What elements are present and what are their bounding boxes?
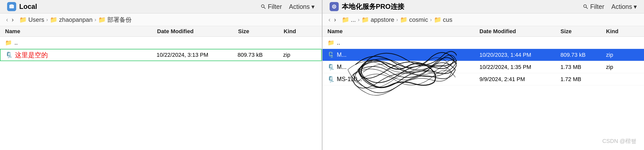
right-actions-label: Actions bbox=[611, 3, 632, 10]
right-file-kind-1: zip bbox=[606, 52, 639, 58]
folder-icon-dots: 📁 bbox=[342, 16, 349, 23]
folder-icon-3: 📁 bbox=[98, 16, 106, 23]
right-topbar: 本地化服务PRO连接 Filter Actions ▾ bbox=[323, 0, 644, 13]
right-file-size-1: 809.73 kB bbox=[560, 52, 606, 58]
right-back-btn[interactable]: ‹ bbox=[328, 16, 332, 24]
right-col-date[interactable]: Date Modified bbox=[479, 28, 560, 35]
folder-icon-right-parent: 📁 bbox=[328, 40, 334, 46]
left-filter-label: Filter bbox=[268, 3, 282, 10]
left-file-row-parent[interactable]: 📁 .. bbox=[0, 37, 322, 49]
right-col-headers: Name Date Modified Size Kind bbox=[323, 26, 644, 37]
right-file-name-text-3: MS-110... bbox=[337, 76, 362, 83]
right-file-size-2: 1.73 MB bbox=[560, 64, 606, 70]
svg-point-7 bbox=[584, 5, 587, 8]
breadcrumb-part-users: Users bbox=[28, 16, 44, 23]
right-file-row-parent[interactable]: 📁 .. bbox=[323, 37, 644, 49]
right-file-name-text-parent: .. bbox=[337, 39, 340, 46]
breadcrumb-part-cus: cus bbox=[443, 16, 452, 23]
right-col-name[interactable]: Name bbox=[328, 28, 480, 35]
left-col-kind[interactable]: Kind bbox=[284, 28, 317, 35]
right-file-name-3: 🗜️ MS-110... bbox=[328, 76, 480, 83]
right-actions-btn[interactable]: Actions ▾ bbox=[611, 3, 637, 10]
right-file-size-3: 1.72 MB bbox=[560, 76, 606, 83]
right-file-name-parent: 📁 .. bbox=[328, 39, 480, 46]
right-file-name-2: 🗜️ M... bbox=[328, 64, 480, 70]
search-icon bbox=[261, 4, 266, 9]
folder-icon-appstore: 📁 bbox=[361, 16, 369, 23]
right-file-kind-2: zip bbox=[606, 64, 639, 70]
zip-icon-right-2: 🗜️ bbox=[328, 64, 334, 70]
right-title-text: 本地化服务PRO连接 bbox=[342, 2, 405, 11]
zip-icon-right-1: 🗜️ bbox=[328, 52, 334, 58]
left-col-size[interactable]: Size bbox=[238, 28, 284, 35]
right-col-size[interactable]: Size bbox=[560, 28, 606, 35]
left-forward-btn[interactable]: › bbox=[11, 16, 15, 24]
left-filter-btn[interactable]: Filter bbox=[261, 3, 282, 10]
right-file-row-3[interactable]: 🗜️ MS-110... 9/9/2024, 2:41 PM 1.72 MB bbox=[323, 73, 644, 85]
svg-line-3 bbox=[264, 7, 265, 9]
right-topbar-actions: Filter Actions ▾ bbox=[583, 3, 637, 10]
right-file-name-text-2: M... bbox=[337, 64, 347, 70]
left-col-name[interactable]: Name bbox=[5, 28, 157, 35]
left-col-headers: Name Date Modified Size Kind bbox=[0, 26, 322, 37]
right-file-list: 📁 .. 🗜️ M... 10/20/2023, 1:44 PM 809.73 … bbox=[323, 37, 644, 150]
svg-line-8 bbox=[586, 7, 588, 9]
left-file-row-zip[interactable]: 🗜️ 这里是空的 10/22/2024, 3:13 PM 809.73 kB z… bbox=[0, 49, 322, 61]
left-topbar: Local Filter Actions ▾ bbox=[0, 0, 322, 13]
chevron-down-icon: ▾ bbox=[311, 3, 315, 10]
right-filter-label: Filter bbox=[590, 3, 604, 10]
chevron-down-icon-right: ▾ bbox=[634, 3, 637, 10]
breadcrumb-part-cosmic: cosmic bbox=[409, 16, 428, 23]
left-breadcrumb-current[interactable]: 📁 部署备份 bbox=[98, 16, 132, 24]
svg-rect-0 bbox=[9, 5, 14, 8]
right-file-row-1[interactable]: 🗜️ M... 10/20/2023, 1:44 PM 809.73 kB zi… bbox=[323, 49, 644, 61]
right-breadcrumb-dots[interactable]: 📁 ... bbox=[342, 16, 356, 23]
right-pane-title: 本地化服务PRO连接 bbox=[330, 2, 583, 11]
left-back-btn[interactable]: ‹ bbox=[5, 16, 9, 24]
right-file-date-2: 10/22/2024, 1:35 PM bbox=[479, 64, 560, 70]
left-file-size-zip: 809.73 kB bbox=[238, 52, 283, 58]
left-file-name-text-parent: .. bbox=[14, 39, 18, 46]
local-icon bbox=[7, 2, 16, 11]
right-breadcrumb-cosmic[interactable]: 📁 cosmic bbox=[400, 16, 428, 23]
right-col-kind[interactable]: Kind bbox=[606, 28, 639, 35]
right-breadcrumb-appstore[interactable]: 📁 appstore bbox=[361, 16, 394, 23]
folder-icon: 📁 bbox=[19, 16, 27, 23]
left-breadcrumb-nav: ‹ › bbox=[5, 16, 15, 24]
folder-icon-cus: 📁 bbox=[434, 16, 441, 23]
zip-icon-left: 🗜️ bbox=[6, 52, 12, 58]
search-icon-right bbox=[583, 4, 588, 9]
left-file-kind-zip: zip bbox=[283, 52, 316, 58]
breadcrumb-part-dots: ... bbox=[351, 16, 356, 23]
left-breadcrumb-users[interactable]: 📁 Users bbox=[19, 16, 44, 23]
right-breadcrumb: ‹ › 📁 ... › 📁 appstore › 📁 cosmic › 📁 cu… bbox=[323, 13, 644, 26]
breadcrumb-part-current: 部署备份 bbox=[107, 16, 132, 24]
right-breadcrumb-nav: ‹ › bbox=[328, 16, 337, 24]
svg-point-6 bbox=[333, 6, 335, 7]
right-file-name-1: 🗜️ M... bbox=[328, 51, 480, 58]
left-file-empty-annotation: 这里是空的 bbox=[15, 51, 48, 60]
right-filter-btn[interactable]: Filter bbox=[583, 3, 604, 10]
right-breadcrumb-cus[interactable]: 📁 cus bbox=[434, 16, 452, 23]
right-forward-btn[interactable]: › bbox=[333, 16, 337, 24]
left-pane: Local Filter Actions ▾ ‹ › bbox=[0, 0, 322, 150]
left-file-name-parent: 📁 .. bbox=[5, 39, 157, 46]
left-breadcrumb: ‹ › 📁 Users › 📁 zhaopanpan › 📁 部署备份 bbox=[0, 13, 322, 26]
left-breadcrumb-zhaopanpan[interactable]: 📁 zhaopanpan bbox=[50, 16, 92, 23]
right-file-date-3: 9/9/2024, 2:41 PM bbox=[479, 76, 560, 83]
folder-icon-parent: 📁 bbox=[5, 40, 12, 46]
zip-icon-right-3: 🗜️ bbox=[328, 76, 334, 83]
folder-icon-2: 📁 bbox=[50, 16, 57, 23]
right-pane: 本地化服务PRO连接 Filter Actions ▾ ‹ bbox=[323, 0, 644, 150]
left-pane-title: Local bbox=[7, 2, 261, 11]
right-file-row-2[interactable]: 🗜️ M... 10/22/2024, 1:35 PM 1.73 MB zip bbox=[323, 61, 644, 73]
breadcrumb-part-zhaopanpan: zhaopanpan bbox=[59, 16, 92, 23]
left-col-date[interactable]: Date Modified bbox=[157, 28, 238, 35]
left-actions-btn[interactable]: Actions ▾ bbox=[289, 3, 315, 10]
left-file-list: 📁 .. 🗜️ 这里是空的 10/22/2024, 3:13 PM 809.73… bbox=[0, 37, 322, 150]
right-file-name-text-1: M... bbox=[337, 51, 347, 58]
left-title-text: Local bbox=[19, 3, 37, 11]
right-file-date-1: 10/20/2023, 1:44 PM bbox=[479, 52, 560, 58]
left-topbar-actions: Filter Actions ▾ bbox=[261, 3, 315, 10]
left-file-name-zip: 🗜️ 这里是空的 bbox=[6, 51, 157, 60]
